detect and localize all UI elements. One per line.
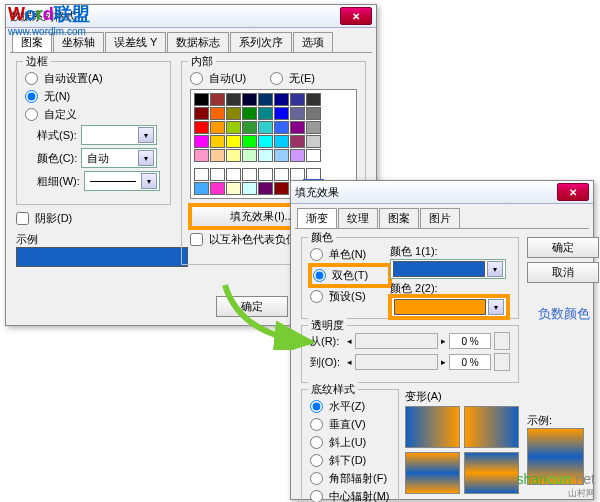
color-swatch[interactable] [258, 168, 273, 181]
color-swatch[interactable] [226, 182, 241, 195]
color-swatch[interactable] [258, 182, 273, 195]
color-swatch[interactable] [226, 93, 241, 106]
ok-button[interactable]: 确定 [527, 237, 599, 258]
color-swatch[interactable] [258, 107, 273, 120]
weight-select[interactable]: ▾ [84, 171, 160, 191]
color-swatch[interactable] [306, 93, 321, 106]
style-fm-radio[interactable] [310, 490, 323, 502]
color-swatch[interactable] [194, 135, 209, 148]
color-swatch[interactable] [258, 135, 273, 148]
color-swatch[interactable] [242, 107, 257, 120]
stepper-icon[interactable] [494, 332, 510, 350]
color-swatch[interactable] [210, 182, 225, 195]
color-swatch[interactable] [258, 121, 273, 134]
color-select[interactable]: 自动▾ [81, 148, 157, 168]
border-auto-radio[interactable] [25, 72, 38, 85]
color-swatch[interactable] [194, 107, 209, 120]
tab-pattern[interactable]: 图案 [379, 208, 419, 228]
single-radio[interactable] [310, 248, 323, 261]
color-swatch[interactable] [210, 149, 225, 162]
stepper-icon[interactable] [494, 353, 510, 371]
color-swatch[interactable] [226, 107, 241, 120]
style-select[interactable]: ▾ [81, 125, 157, 145]
color-swatch[interactable] [194, 93, 209, 106]
color-swatch[interactable] [274, 182, 289, 195]
color-swatch[interactable] [226, 168, 241, 181]
tab-gradient[interactable]: 渐变 [297, 208, 337, 228]
color-swatch[interactable] [274, 168, 289, 181]
preset-radio[interactable] [310, 290, 323, 303]
color2-select[interactable]: ▾ [390, 296, 508, 318]
close-icon[interactable]: ✕ [340, 7, 372, 25]
style-dd-radio[interactable] [310, 454, 323, 467]
style-v-radio[interactable] [310, 418, 323, 431]
variant-2[interactable] [464, 406, 519, 448]
from-slider[interactable] [355, 333, 438, 349]
to-slider[interactable] [355, 354, 438, 370]
border-custom-radio[interactable] [25, 108, 38, 121]
from-value[interactable]: 0 % [449, 333, 491, 349]
color-swatch[interactable] [242, 182, 257, 195]
color-swatch[interactable] [242, 121, 257, 134]
color-swatch[interactable] [242, 149, 257, 162]
tab-picture[interactable]: 图片 [420, 208, 460, 228]
color-swatch[interactable] [242, 93, 257, 106]
border-group: 边框 自动设置(A) 无(N) 自定义 样式(S):▾ 颜色(C):自动▾ 粗细… [16, 61, 171, 205]
color-swatch[interactable] [258, 149, 273, 162]
color-swatch[interactable] [210, 107, 225, 120]
color-swatch[interactable] [194, 121, 209, 134]
variant-1[interactable] [405, 406, 460, 448]
color-swatch[interactable] [274, 107, 289, 120]
color-swatch[interactable] [226, 121, 241, 134]
style-h-radio[interactable] [310, 400, 323, 413]
color-swatch[interactable] [306, 121, 321, 134]
ok-button[interactable]: 确定 [216, 296, 288, 317]
color-swatch[interactable] [258, 93, 273, 106]
variant-4[interactable] [464, 452, 519, 494]
color1-select[interactable]: ▾ [390, 259, 506, 279]
color-swatch[interactable] [274, 93, 289, 106]
color-swatch[interactable] [274, 135, 289, 148]
color-swatch[interactable] [226, 135, 241, 148]
variant-3[interactable] [405, 452, 460, 494]
style-fc-radio[interactable] [310, 472, 323, 485]
tab-order[interactable]: 系列次序 [230, 32, 292, 52]
tab-labels[interactable]: 数据标志 [167, 32, 229, 52]
color-swatch[interactable] [274, 121, 289, 134]
tab-options[interactable]: 选项 [293, 32, 333, 52]
color-swatch[interactable] [194, 149, 209, 162]
color-swatch[interactable] [210, 168, 225, 181]
color-swatch[interactable] [194, 168, 209, 181]
tab-error[interactable]: 误差线 Y [105, 32, 166, 52]
style-du-radio[interactable] [310, 436, 323, 449]
color-swatch[interactable] [290, 149, 305, 162]
color-swatch[interactable] [194, 182, 209, 195]
color-swatch[interactable] [290, 93, 305, 106]
titlebar[interactable]: 填充效果 ✕ [291, 181, 593, 204]
cancel-button[interactable]: 取消 [527, 262, 599, 283]
color-swatch[interactable] [210, 121, 225, 134]
to-value[interactable]: 0 % [449, 354, 491, 370]
inner-none-radio[interactable] [270, 72, 283, 85]
color-swatch[interactable] [242, 168, 257, 181]
color-swatch[interactable] [274, 149, 289, 162]
color-swatch[interactable] [290, 121, 305, 134]
sample-label: 示例 [16, 232, 171, 247]
color-swatch[interactable] [210, 93, 225, 106]
color-swatch[interactable] [290, 135, 305, 148]
border-none-radio[interactable] [25, 90, 38, 103]
color-swatch[interactable] [306, 149, 321, 162]
close-icon[interactable]: ✕ [557, 183, 589, 201]
color-swatch[interactable] [306, 135, 321, 148]
double-radio[interactable] [313, 269, 326, 282]
inner-auto-radio[interactable] [190, 72, 203, 85]
color-swatch[interactable] [290, 107, 305, 120]
color-swatch[interactable] [226, 149, 241, 162]
shadow-check[interactable] [16, 212, 29, 225]
color-swatch[interactable] [306, 107, 321, 120]
color-swatch[interactable] [210, 135, 225, 148]
color-swatch[interactable] [242, 135, 257, 148]
chevron-down-icon: ▾ [488, 299, 504, 315]
tab-texture[interactable]: 纹理 [338, 208, 378, 228]
invert-check[interactable] [190, 233, 203, 246]
